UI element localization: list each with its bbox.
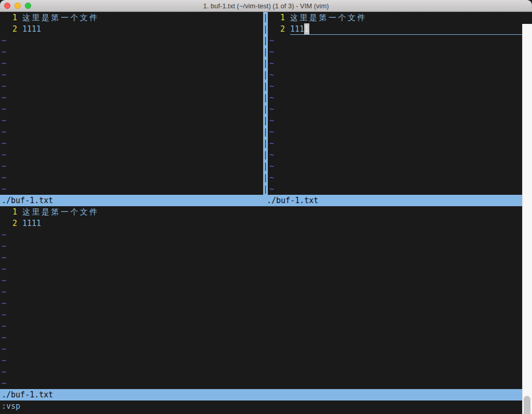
statusline-top[interactable]: ./buf-1.txt ./buf-1.txt: [0, 195, 522, 206]
tilde-glyph: ~: [269, 127, 274, 137]
pane-top-right[interactable]: 1这里是第一个文件 21111 ~~~~~~~~~~~~~~: [268, 12, 522, 195]
tilde-glyph: ~: [2, 264, 6, 274]
tilde-row: ~: [268, 138, 522, 149]
pane-bottom[interactable]: 1这里是第一个文件 21111 ~~~~~~~~~~~~~~: [0, 206, 522, 389]
tilde-glyph: ~: [269, 104, 274, 114]
tilde-row: ~: [0, 172, 263, 183]
separator-glyph: |: [263, 46, 268, 58]
tilde-glyph: ~: [2, 322, 6, 331]
tilde-glyph: ~: [2, 253, 6, 262]
separator-glyph: |: [263, 92, 268, 103]
tilde-glyph: ~: [2, 173, 6, 182]
tilde-row: ~: [268, 103, 522, 115]
tilde-glyph: ~: [2, 344, 6, 354]
tilde-row: ~: [0, 138, 263, 149]
tilde-glyph: ~: [2, 367, 6, 377]
scrollbar[interactable]: [522, 24, 532, 414]
line-number: 1: [2, 12, 17, 23]
buffer-line: 21111: [0, 218, 522, 229]
tilde-row: ~: [268, 115, 522, 126]
statusline-file-left: ./buf-1.txt: [2, 195, 53, 206]
scrollbar-thumb[interactable]: [524, 396, 530, 414]
tilde-row: ~: [0, 343, 522, 355]
tilde-row: ~: [268, 149, 522, 161]
tilde-row: ~: [0, 183, 263, 195]
line-number: 2: [2, 218, 17, 229]
tilde-glyph: ~: [2, 116, 6, 125]
pane-top-left[interactable]: 1这里是第一个文件 21111 ~~~~~~~~~~~~~~: [0, 12, 263, 195]
command-line[interactable]: :vsp: [0, 400, 522, 412]
tilde-fill: ~~~~~~~~~~~~~~: [0, 35, 263, 195]
separator-glyph: |: [263, 161, 268, 172]
tilde-glyph: ~: [269, 93, 274, 102]
tilde-glyph: ~: [2, 47, 6, 57]
line-text: 这里是第一个文件: [22, 207, 99, 217]
separator-glyph: |: [263, 12, 268, 23]
buffer-line: 21111: [0, 23, 263, 35]
tilde-row: ~: [268, 81, 522, 92]
tilde-row: ~: [268, 183, 522, 195]
line-number: 2: [2, 23, 17, 35]
tilde-glyph: ~: [269, 162, 274, 171]
vim-window: 1. buf-1.txt (~/vim-test) (1 of 3) - VIM…: [0, 0, 532, 414]
tilde-glyph: ~: [2, 379, 6, 388]
tilde-glyph: ~: [2, 59, 6, 68]
tilde-row: ~: [0, 378, 522, 389]
tilde-row: ~: [0, 286, 522, 298]
line-number: 1: [2, 206, 17, 218]
separator-glyph: |: [263, 115, 268, 126]
tilde-glyph: ~: [2, 70, 6, 79]
separator-glyph: |: [263, 58, 268, 69]
tilde-row: ~: [0, 241, 522, 252]
tilde-glyph: ~: [2, 127, 6, 137]
tilde-row: ~: [0, 320, 522, 332]
vertical-separator[interactable]: ||||||||||||||||: [263, 12, 268, 195]
cursorline-underline: [290, 34, 522, 35]
tilde-glyph: ~: [269, 116, 274, 125]
tilde-row: ~: [0, 263, 522, 275]
tilde-glyph: ~: [269, 82, 274, 91]
tilde-glyph: ~: [2, 150, 6, 159]
tilde-glyph: ~: [269, 150, 274, 159]
tilde-fill: ~~~~~~~~~~~~~~: [268, 35, 522, 195]
tilde-row: ~: [268, 126, 522, 138]
tilde-glyph: ~: [2, 276, 6, 285]
tilde-glyph: ~: [269, 173, 274, 182]
vim-cursor: 1: [304, 23, 309, 35]
buffer-line-with-cursor: 21111: [268, 23, 522, 35]
separator-glyph: |: [263, 69, 268, 81]
tilde-row: ~: [0, 309, 522, 320]
tilde-glyph: ~: [2, 356, 6, 365]
separator-glyph: |: [263, 35, 268, 46]
tilde-row: ~: [0, 58, 263, 69]
line-text: 1111: [22, 219, 41, 228]
tilde-row: ~: [268, 69, 522, 81]
separator-glyph: |: [263, 183, 268, 195]
separator-glyph: |: [263, 138, 268, 149]
tilde-row: ~: [0, 115, 263, 126]
tilde-glyph: ~: [2, 162, 6, 171]
tilde-fill: ~~~~~~~~~~~~~~: [0, 229, 522, 389]
titlebar[interactable]: 1. buf-1.txt (~/vim-test) (1 of 3) - VIM…: [0, 0, 532, 12]
tilde-glyph: ~: [2, 104, 6, 114]
statusline-bottom[interactable]: ./buf-1.txt: [0, 389, 522, 400]
buffer-line: 1这里是第一个文件: [0, 206, 522, 218]
buffer-line: 1这里是第一个文件: [268, 12, 522, 23]
tilde-row: ~: [0, 298, 522, 309]
separator-glyph: |: [263, 81, 268, 92]
tilde-row: ~: [0, 366, 522, 378]
statusline-file-right: ./buf-1.txt: [267, 195, 318, 206]
tilde-glyph: ~: [2, 242, 6, 251]
tilde-glyph: ~: [2, 333, 6, 342]
tilde-row: ~: [0, 275, 522, 286]
separator-glyph: |: [263, 103, 268, 115]
tilde-glyph: ~: [2, 287, 6, 297]
separator-glyph: |: [263, 126, 268, 138]
line-number: 1: [269, 12, 285, 23]
tilde-glyph: ~: [2, 36, 6, 45]
tilde-glyph: ~: [2, 184, 6, 194]
tilde-glyph: ~: [2, 82, 6, 91]
tilde-glyph: ~: [269, 184, 274, 194]
line-text: 这里是第一个文件: [22, 13, 99, 22]
tilde-row: ~: [268, 161, 522, 172]
